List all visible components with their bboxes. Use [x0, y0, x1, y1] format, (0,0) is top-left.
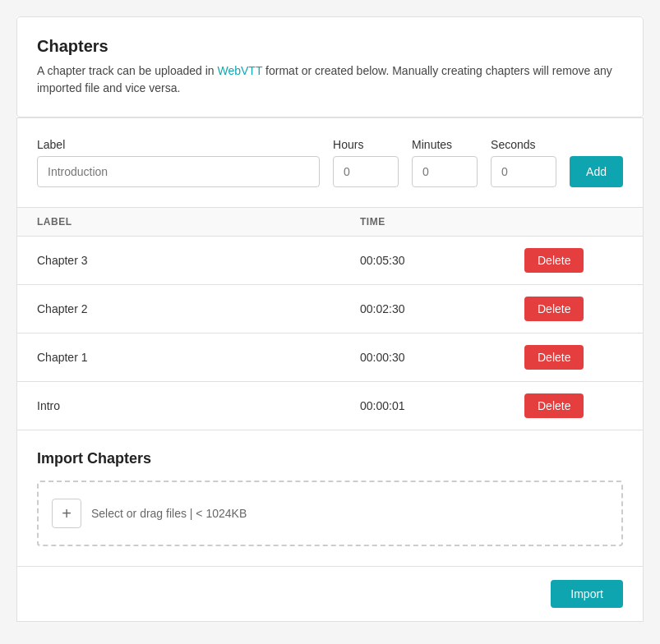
table-row: Chapter 2 00:02:30 Delete	[17, 285, 643, 334]
import-footer: Import	[16, 567, 644, 622]
import-button[interactable]: Import	[551, 580, 623, 608]
hours-group: Hours	[333, 138, 399, 187]
dropzone-text: Select or drag files | < 1024KB	[91, 507, 247, 520]
description-before: A chapter track can be uploaded in	[37, 64, 217, 77]
delete-button[interactable]: Delete	[524, 345, 584, 370]
table-row: Chapter 1 00:00:30 Delete	[17, 334, 643, 382]
add-button[interactable]: Add	[570, 156, 623, 187]
seconds-group: Seconds	[491, 138, 556, 187]
delete-button[interactable]: Delete	[524, 297, 584, 321]
seconds-input[interactable]	[491, 156, 556, 187]
minutes-group: Minutes	[412, 138, 478, 187]
table-row: Chapter 3 00:05:30 Delete	[17, 237, 643, 285]
chapter-label: Chapter 3	[37, 254, 360, 267]
hours-input[interactable]	[333, 156, 399, 187]
delete-button[interactable]: Delete	[524, 393, 584, 418]
plus-icon: +	[52, 499, 81, 528]
chapter-form: Label Hours Minutes Seconds Add	[16, 118, 644, 207]
seconds-label: Seconds	[491, 138, 556, 151]
delete-button[interactable]: Delete	[524, 248, 584, 273]
page-title: Chapters	[37, 37, 623, 56]
chapter-time: 00:02:30	[360, 302, 524, 315]
chapter-time: 00:00:01	[360, 399, 524, 412]
minutes-input[interactable]	[412, 156, 478, 187]
import-title: Import Chapters	[37, 450, 623, 467]
label-group: Label	[37, 138, 320, 187]
page-description: A chapter track can be uploaded in WebVT…	[37, 62, 623, 97]
chapter-action: Delete	[524, 248, 623, 273]
import-section: Import Chapters + Select or drag files |…	[16, 430, 644, 567]
webvtt-link[interactable]: WebVTT	[217, 64, 262, 77]
table-header: LABEL TIME	[17, 207, 643, 237]
page-container: Chapters A chapter track can be uploaded…	[16, 16, 644, 622]
chapters-table: LABEL TIME Chapter 3 00:05:30 Delete Cha…	[16, 207, 644, 430]
minutes-label: Minutes	[412, 138, 478, 151]
col-header-time: TIME	[360, 216, 524, 228]
label-input[interactable]	[37, 156, 320, 187]
chapter-action: Delete	[524, 393, 623, 418]
col-header-action	[524, 216, 623, 228]
hours-label: Hours	[333, 138, 399, 151]
chapter-action: Delete	[524, 345, 623, 370]
header-card: Chapters A chapter track can be uploaded…	[16, 16, 644, 117]
chapter-time: 00:05:30	[360, 254, 524, 267]
chapter-action: Delete	[524, 297, 623, 321]
chapter-label: Chapter 2	[37, 302, 360, 315]
chapter-label: Chapter 1	[37, 351, 360, 364]
chapter-label: Intro	[37, 399, 360, 412]
form-row: Label Hours Minutes Seconds Add	[37, 138, 623, 187]
col-header-label: LABEL	[37, 216, 360, 228]
table-row: Intro 00:00:01 Delete	[17, 382, 643, 430]
chapter-time: 00:00:30	[360, 351, 524, 364]
dropzone[interactable]: + Select or drag files | < 1024KB	[37, 481, 623, 546]
label-field-label: Label	[37, 138, 320, 151]
